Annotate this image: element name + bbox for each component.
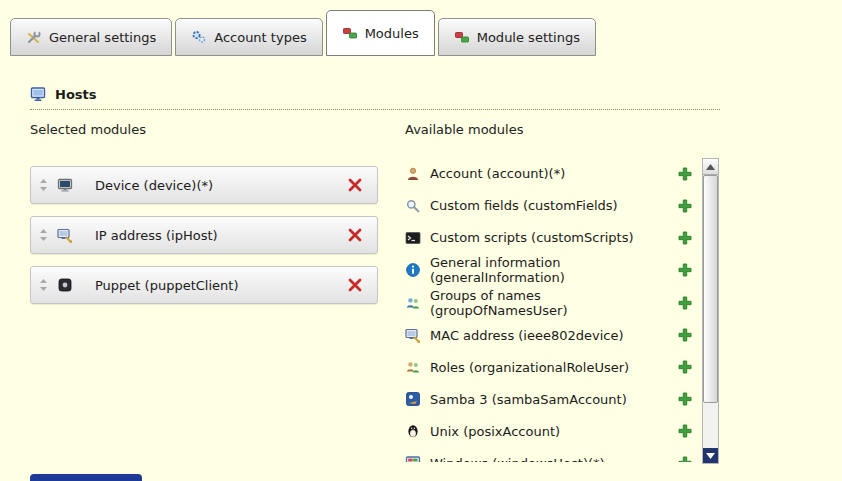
add-module-button[interactable] bbox=[677, 423, 693, 439]
available-module-row: General information (generalInformation) bbox=[405, 254, 723, 287]
available-module-row: Custom scripts (customScripts) bbox=[405, 222, 723, 254]
available-module-label: Samba 3 (sambaSamAccount) bbox=[430, 392, 655, 407]
tab-label: General settings bbox=[49, 30, 156, 45]
add-module-button[interactable] bbox=[677, 262, 693, 278]
bricks-icon bbox=[342, 25, 358, 41]
tools-icon bbox=[26, 29, 42, 45]
remove-module-button[interactable] bbox=[347, 227, 363, 243]
drag-handle-icon[interactable] bbox=[39, 228, 48, 242]
available-module-label: Roles (organizationalRoleUser) bbox=[430, 360, 655, 375]
selected-modules-panel: Selected modules Device (device)(*) IP a… bbox=[30, 122, 378, 316]
windows-icon bbox=[405, 455, 421, 462]
tab-bar: General settings Account types Modules M… bbox=[10, 10, 596, 56]
magnifier-icon bbox=[405, 198, 421, 214]
available-module-row: Custom fields (customFields) bbox=[405, 190, 723, 222]
computer-wrench-icon bbox=[57, 227, 73, 243]
penguin-icon bbox=[405, 423, 421, 439]
drag-handle-icon[interactable] bbox=[39, 178, 48, 192]
available-module-row: Account (account)(*) bbox=[405, 158, 723, 190]
available-module-row: Samba 3 (sambaSamAccount) bbox=[405, 383, 723, 415]
available-module-label: MAC address (ieee802device) bbox=[430, 328, 655, 343]
tab-modules[interactable]: Modules bbox=[326, 10, 435, 56]
group-icon bbox=[405, 295, 421, 311]
add-module-button[interactable] bbox=[677, 327, 693, 343]
available-modules-panel: Available modules Account (account)(*) C… bbox=[405, 122, 723, 462]
selected-module-row[interactable]: IP address (ipHost) bbox=[30, 216, 378, 254]
selected-module-row[interactable]: Device (device)(*) bbox=[30, 166, 378, 204]
available-module-label: Custom scripts (customScripts) bbox=[430, 230, 655, 245]
scrollbar-thumb[interactable] bbox=[703, 175, 718, 403]
available-module-label: Windows (windowsHost)(*) bbox=[430, 456, 655, 462]
add-module-button[interactable] bbox=[677, 295, 693, 311]
available-module-row: Unix (posixAccount) bbox=[405, 415, 723, 447]
add-module-button[interactable] bbox=[677, 198, 693, 214]
puppet-icon bbox=[57, 277, 73, 293]
scrollbar[interactable] bbox=[702, 158, 719, 464]
available-module-label: Account (account)(*) bbox=[430, 166, 655, 181]
group-icon bbox=[405, 359, 421, 375]
selected-module-label: Device (device)(*) bbox=[95, 178, 213, 193]
available-modules-heading: Available modules bbox=[405, 122, 723, 138]
bottom-blue-bar[interactable] bbox=[30, 474, 142, 481]
scroll-down-button[interactable] bbox=[703, 448, 718, 463]
monitor-icon bbox=[30, 86, 46, 102]
tab-account-types[interactable]: Account types bbox=[175, 18, 322, 56]
scroll-up-button[interactable] bbox=[703, 159, 718, 175]
selected-modules-heading: Selected modules bbox=[30, 122, 378, 138]
add-module-button[interactable] bbox=[677, 166, 693, 182]
lam-configuration-page: General settings Account types Modules M… bbox=[0, 0, 842, 481]
available-module-row: MAC address (ieee802device) bbox=[405, 319, 723, 351]
hosts-section-header: Hosts bbox=[30, 86, 720, 110]
person-icon bbox=[405, 166, 421, 182]
add-module-button[interactable] bbox=[677, 230, 693, 246]
available-module-label: Custom fields (customFields) bbox=[430, 198, 655, 213]
add-module-button[interactable] bbox=[677, 359, 693, 375]
selected-module-row[interactable]: Puppet (puppetClient) bbox=[30, 266, 378, 304]
device-icon bbox=[57, 177, 73, 193]
tab-label: Module settings bbox=[477, 30, 580, 45]
drag-handle-icon[interactable] bbox=[39, 278, 48, 292]
selected-module-label: Puppet (puppetClient) bbox=[95, 278, 238, 293]
available-module-label: Groups of names (groupOfNamesUser) bbox=[430, 288, 655, 319]
info-icon bbox=[405, 262, 421, 278]
computer-wrench-icon bbox=[405, 327, 421, 343]
available-module-row: Windows (windowsHost)(*) bbox=[405, 447, 723, 462]
available-module-label: General information (generalInformation) bbox=[430, 255, 655, 286]
section-title: Hosts bbox=[55, 87, 97, 102]
tab-label: Modules bbox=[365, 26, 419, 41]
available-module-row: Roles (organizationalRoleUser) bbox=[405, 351, 723, 383]
terminal-icon bbox=[405, 230, 421, 246]
tab-label: Account types bbox=[214, 30, 306, 45]
available-module-row: Groups of names (groupOfNamesUser) bbox=[405, 287, 723, 320]
remove-module-button[interactable] bbox=[347, 277, 363, 293]
remove-module-button[interactable] bbox=[347, 177, 363, 193]
add-module-button[interactable] bbox=[677, 391, 693, 407]
tab-general-settings[interactable]: General settings bbox=[10, 18, 172, 56]
add-module-button[interactable] bbox=[677, 455, 693, 462]
samba-icon bbox=[405, 391, 421, 407]
selected-module-label: IP address (ipHost) bbox=[95, 228, 218, 243]
available-modules-list: Account (account)(*) Custom fields (cust… bbox=[405, 158, 723, 462]
bricks-icon bbox=[454, 29, 470, 45]
tab-module-settings[interactable]: Module settings bbox=[438, 18, 596, 56]
available-module-label: Unix (posixAccount) bbox=[430, 424, 655, 439]
gears-icon bbox=[191, 29, 207, 45]
